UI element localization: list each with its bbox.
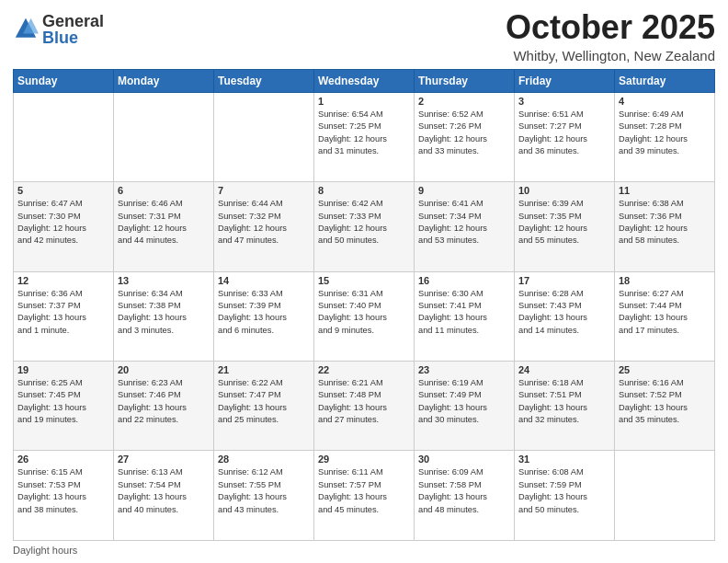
day-number: 21 (218, 364, 310, 375)
day-info: Sunrise: 6:09 AMSunset: 7:58 PMDaylight:… (418, 466, 510, 516)
calendar-day-cell: 7Sunrise: 6:44 AMSunset: 7:32 PMDaylight… (214, 182, 314, 271)
calendar-day-cell: 6Sunrise: 6:46 AMSunset: 7:31 PMDaylight… (114, 182, 214, 271)
day-number: 4 (619, 96, 711, 107)
weekday-header-friday: Friday (515, 69, 615, 92)
day-info: Sunrise: 6:54 AMSunset: 7:25 PMDaylight:… (318, 109, 410, 158)
day-info: Sunrise: 6:31 AMSunset: 7:40 PMDaylight:… (318, 288, 410, 338)
day-number: 29 (318, 454, 410, 465)
day-number: 8 (318, 185, 410, 196)
day-number: 25 (619, 364, 711, 375)
day-info: Sunrise: 6:33 AMSunset: 7:39 PMDaylight:… (218, 288, 310, 338)
calendar-day-cell: 13Sunrise: 6:34 AMSunset: 7:38 PMDayligh… (114, 271, 214, 361)
day-info: Sunrise: 6:15 AMSunset: 7:53 PMDaylight:… (17, 466, 109, 516)
day-info: Sunrise: 6:27 AMSunset: 7:44 PMDaylight:… (619, 288, 711, 338)
day-number: 1 (318, 96, 410, 107)
calendar-day-cell: 27Sunrise: 6:13 AMSunset: 7:54 PMDayligh… (114, 451, 214, 541)
calendar-week-row: 5Sunrise: 6:47 AMSunset: 7:30 PMDaylight… (14, 182, 715, 271)
calendar-day-cell: 28Sunrise: 6:12 AMSunset: 7:55 PMDayligh… (214, 451, 314, 541)
logo-text: General Blue (42, 13, 104, 46)
logo-icon (13, 16, 39, 41)
header: General Blue October 2025 Whitby, Wellin… (13, 9, 715, 63)
day-number: 5 (17, 185, 109, 196)
day-number: 13 (118, 275, 210, 286)
calendar-day-cell: 31Sunrise: 6:08 AMSunset: 7:59 PMDayligh… (515, 451, 615, 541)
day-info: Sunrise: 6:25 AMSunset: 7:45 PMDaylight:… (17, 377, 109, 427)
calendar-day-cell (214, 92, 314, 181)
day-number: 14 (218, 275, 310, 286)
day-number: 30 (418, 454, 510, 465)
weekday-header-thursday: Thursday (415, 69, 515, 92)
day-number: 11 (619, 185, 711, 196)
day-info: Sunrise: 6:49 AMSunset: 7:28 PMDaylight:… (619, 109, 711, 158)
footer: Daylight hours (13, 545, 715, 556)
day-info: Sunrise: 6:39 AMSunset: 7:35 PMDaylight:… (518, 198, 610, 247)
day-info: Sunrise: 6:22 AMSunset: 7:47 PMDaylight:… (218, 377, 310, 427)
calendar-day-cell: 8Sunrise: 6:42 AMSunset: 7:33 PMDaylight… (314, 182, 415, 271)
day-number: 18 (619, 275, 711, 286)
day-number: 12 (17, 275, 109, 286)
calendar-day-cell: 20Sunrise: 6:23 AMSunset: 7:46 PMDayligh… (114, 362, 214, 451)
calendar-day-cell: 14Sunrise: 6:33 AMSunset: 7:39 PMDayligh… (214, 271, 314, 361)
calendar-day-cell: 26Sunrise: 6:15 AMSunset: 7:53 PMDayligh… (14, 451, 114, 541)
day-number: 20 (118, 364, 210, 375)
calendar-week-row: 19Sunrise: 6:25 AMSunset: 7:45 PMDayligh… (14, 362, 715, 451)
calendar-day-cell: 21Sunrise: 6:22 AMSunset: 7:47 PMDayligh… (214, 362, 314, 451)
month-title: October 2025 (506, 9, 715, 46)
day-info: Sunrise: 6:36 AMSunset: 7:37 PMDaylight:… (17, 288, 109, 338)
calendar-day-cell: 11Sunrise: 6:38 AMSunset: 7:36 PMDayligh… (615, 182, 715, 271)
day-number: 28 (218, 454, 310, 465)
calendar-week-row: 12Sunrise: 6:36 AMSunset: 7:37 PMDayligh… (14, 271, 715, 361)
day-info: Sunrise: 6:52 AMSunset: 7:26 PMDaylight:… (418, 109, 510, 158)
calendar-day-cell: 5Sunrise: 6:47 AMSunset: 7:30 PMDaylight… (14, 182, 114, 271)
weekday-header-row: SundayMondayTuesdayWednesdayThursdayFrid… (14, 69, 715, 92)
calendar-day-cell: 23Sunrise: 6:19 AMSunset: 7:49 PMDayligh… (415, 362, 515, 451)
weekday-header-monday: Monday (114, 69, 214, 92)
day-info: Sunrise: 6:12 AMSunset: 7:55 PMDaylight:… (218, 466, 310, 516)
day-info: Sunrise: 6:51 AMSunset: 7:27 PMDaylight:… (518, 109, 610, 158)
day-number: 23 (418, 364, 510, 375)
day-number: 16 (418, 275, 510, 286)
calendar-day-cell: 1Sunrise: 6:54 AMSunset: 7:25 PMDaylight… (314, 92, 415, 181)
calendar-day-cell: 4Sunrise: 6:49 AMSunset: 7:28 PMDaylight… (615, 92, 715, 181)
day-info: Sunrise: 6:21 AMSunset: 7:48 PMDaylight:… (318, 377, 410, 427)
day-number: 17 (518, 275, 610, 286)
day-number: 2 (418, 96, 510, 107)
day-number: 27 (118, 454, 210, 465)
calendar-week-row: 1Sunrise: 6:54 AMSunset: 7:25 PMDaylight… (14, 92, 715, 181)
title-block: October 2025 Whitby, Wellington, New Zea… (506, 9, 715, 63)
calendar-week-row: 26Sunrise: 6:15 AMSunset: 7:53 PMDayligh… (14, 451, 715, 541)
daylight-label: Daylight hours (13, 545, 77, 556)
calendar-day-cell: 9Sunrise: 6:41 AMSunset: 7:34 PMDaylight… (415, 182, 515, 271)
day-number: 26 (17, 454, 109, 465)
day-number: 24 (518, 364, 610, 375)
calendar-day-cell: 22Sunrise: 6:21 AMSunset: 7:48 PMDayligh… (314, 362, 415, 451)
weekday-header-saturday: Saturday (615, 69, 715, 92)
day-number: 7 (218, 185, 310, 196)
calendar-day-cell: 19Sunrise: 6:25 AMSunset: 7:45 PMDayligh… (14, 362, 114, 451)
calendar-day-cell (615, 451, 715, 541)
day-info: Sunrise: 6:41 AMSunset: 7:34 PMDaylight:… (418, 198, 510, 247)
day-info: Sunrise: 6:13 AMSunset: 7:54 PMDaylight:… (118, 466, 210, 516)
calendar-day-cell: 15Sunrise: 6:31 AMSunset: 7:40 PMDayligh… (314, 271, 415, 361)
day-info: Sunrise: 6:34 AMSunset: 7:38 PMDaylight:… (118, 288, 210, 338)
logo-general: General (42, 13, 104, 29)
day-info: Sunrise: 6:28 AMSunset: 7:43 PMDaylight:… (518, 288, 610, 338)
day-info: Sunrise: 6:44 AMSunset: 7:32 PMDaylight:… (218, 198, 310, 247)
day-info: Sunrise: 6:18 AMSunset: 7:51 PMDaylight:… (518, 377, 610, 427)
calendar-day-cell: 30Sunrise: 6:09 AMSunset: 7:58 PMDayligh… (415, 451, 515, 541)
calendar-day-cell: 24Sunrise: 6:18 AMSunset: 7:51 PMDayligh… (515, 362, 615, 451)
calendar-day-cell: 12Sunrise: 6:36 AMSunset: 7:37 PMDayligh… (14, 271, 114, 361)
day-number: 31 (518, 454, 610, 465)
page: General Blue October 2025 Whitby, Wellin… (0, 0, 728, 563)
weekday-header-tuesday: Tuesday (214, 69, 314, 92)
day-info: Sunrise: 6:19 AMSunset: 7:49 PMDaylight:… (418, 377, 510, 427)
calendar-table: SundayMondayTuesdayWednesdayThursdayFrid… (13, 69, 715, 541)
day-info: Sunrise: 6:11 AMSunset: 7:57 PMDaylight:… (318, 466, 410, 516)
day-info: Sunrise: 6:46 AMSunset: 7:31 PMDaylight:… (118, 198, 210, 247)
weekday-header-sunday: Sunday (14, 69, 114, 92)
day-info: Sunrise: 6:23 AMSunset: 7:46 PMDaylight:… (118, 377, 210, 427)
calendar-day-cell: 10Sunrise: 6:39 AMSunset: 7:35 PMDayligh… (515, 182, 615, 271)
day-number: 9 (418, 185, 510, 196)
calendar-day-cell: 29Sunrise: 6:11 AMSunset: 7:57 PMDayligh… (314, 451, 415, 541)
day-number: 15 (318, 275, 410, 286)
